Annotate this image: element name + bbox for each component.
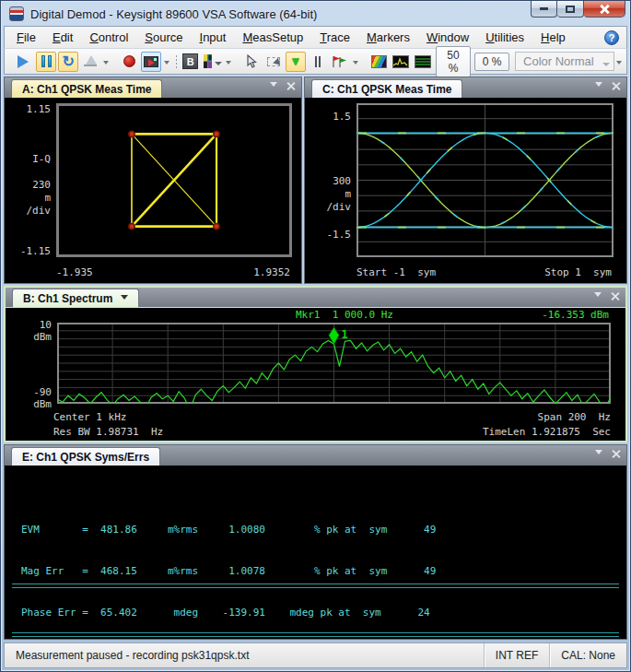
spectrum-display-button[interactable] xyxy=(391,52,411,72)
marker-to-peak-button[interactable]: ▼ xyxy=(286,52,306,72)
waterfall-display-button[interactable] xyxy=(413,52,433,72)
b-y-max-label: 10 xyxy=(6,319,52,331)
toolbar-grip[interactable] xyxy=(114,54,115,69)
menu-control[interactable]: Control xyxy=(81,28,136,47)
offset-marker-button[interactable] xyxy=(308,52,328,72)
minimize-button[interactable] xyxy=(531,1,557,18)
maximize-button[interactable] xyxy=(557,1,584,18)
calibration-status: CAL: None xyxy=(549,643,626,667)
panel-a-body: 1.15 I-Q 230 m /div -1.15 -1.935 1.9352 xyxy=(5,98,301,283)
menu-source[interactable]: Source xyxy=(136,28,191,47)
marker-readout: Mkr1 1 000.0 Hz -16.353 dBm xyxy=(296,309,609,321)
spectrogram-icon xyxy=(371,55,387,68)
trace-transparency-field[interactable]: 50 % xyxy=(436,46,471,77)
toolbar-grip[interactable] xyxy=(9,54,10,69)
sweep-icon xyxy=(84,56,97,66)
panel-c-close-icon[interactable] xyxy=(612,82,620,90)
panel-b-tab-caret-icon xyxy=(121,295,128,303)
single-sweep-button[interactable] xyxy=(80,52,100,72)
waterfall-thumb-icon xyxy=(415,55,431,68)
toolbar-grip[interactable] xyxy=(175,54,176,69)
panel-e-body: EVM = 481.86 m%rms 1.0080 % pk at sym 49… xyxy=(5,466,626,639)
app-icon[interactable] xyxy=(9,6,24,21)
cursor-arrow-icon xyxy=(245,54,257,68)
spectrum-thumb-icon xyxy=(392,55,409,68)
a-trace-label: I-Q xyxy=(5,153,51,165)
layout-grid-icon xyxy=(204,54,212,68)
minimize-icon xyxy=(540,7,548,10)
menu-utilities[interactable]: Utilities xyxy=(477,28,532,47)
panel-a-menu-caret-icon[interactable] xyxy=(270,82,277,90)
toolbar-grip[interactable] xyxy=(364,54,365,69)
app-window: Digital Demod - Keysight 89600 VSA Softw… xyxy=(0,0,631,672)
menu-window[interactable]: Window xyxy=(418,28,477,47)
spectrum-plot[interactable]: 1 xyxy=(57,323,611,404)
a-scale-label: 230 xyxy=(5,179,51,191)
reference-status: INT REF xyxy=(484,643,549,667)
restart-button[interactable]: ↻ xyxy=(58,52,78,72)
color-mode-value: Color Normal xyxy=(523,54,594,68)
menu-help[interactable]: Help xyxy=(532,28,574,47)
play-button[interactable] xyxy=(14,52,34,72)
res-bw-label: Res BW 1.98731 Hz xyxy=(53,426,163,438)
tab-panel-b[interactable]: B: Ch1 Spectrum xyxy=(12,289,139,307)
trace-offset-field[interactable]: 0 % xyxy=(474,53,509,71)
menu-trace[interactable]: Trace xyxy=(311,28,358,47)
panel-b-menu-caret-icon[interactable] xyxy=(594,292,602,301)
panel-a-close-icon[interactable] xyxy=(286,82,295,90)
menu-meassetup[interactable]: MeasSetup xyxy=(234,28,311,47)
trace-b-icon: B xyxy=(182,53,198,69)
panel-b-close-icon[interactable] xyxy=(611,292,619,301)
tab-panel-e[interactable]: E: Ch1 QPSK Syms/Errs xyxy=(11,447,160,466)
display-overflow-caret-icon[interactable] xyxy=(616,61,622,67)
recording-player-button[interactable] xyxy=(141,52,161,72)
c-y-min-label: -1.5 xyxy=(305,229,351,241)
maximize-icon xyxy=(566,6,575,13)
eye-diagram-plot[interactable] xyxy=(356,103,613,257)
panel-c-header: C: Ch1 QPSK Meas Time xyxy=(305,77,626,98)
window-layout-button[interactable] xyxy=(203,52,223,72)
c-x-start-label: Start -1 sym xyxy=(356,266,436,278)
help-icon[interactable]: ? xyxy=(604,30,619,45)
constellation-plot[interactable] xyxy=(56,103,292,257)
c-scale-label: 300 xyxy=(305,175,351,187)
panel-b-spectrum: B: Ch1 Spectrum Mkr1 1 000.0 Hz -16.353 … xyxy=(4,286,627,442)
layout-overflow-caret-icon[interactable] xyxy=(226,61,231,67)
b-footer-row-2: Res BW 1.98731 Hz TimeLen 1.921875 Sec xyxy=(53,426,611,438)
menu-markers[interactable]: Markers xyxy=(358,28,418,47)
close-button[interactable] xyxy=(584,1,625,18)
toolbar-grip[interactable] xyxy=(237,54,238,69)
pause-icon xyxy=(41,55,52,67)
color-mode-dropdown[interactable]: Color Normal xyxy=(515,52,614,71)
marker-level: -16.353 dBm xyxy=(542,309,609,321)
coupled-markers-button[interactable] xyxy=(330,52,350,72)
band-power-marker-button[interactable] xyxy=(263,52,284,72)
a-scale-div-label: /div xyxy=(5,205,51,217)
trace-b-button[interactable]: B xyxy=(181,52,201,72)
record-overflow-caret-icon[interactable] xyxy=(164,61,169,67)
marker-overflow-caret-icon[interactable] xyxy=(353,61,358,67)
tab-panel-c[interactable]: C: Ch1 QPSK Meas Time xyxy=(311,79,462,98)
control-overflow-caret-icon[interactable] xyxy=(103,61,109,67)
time-len-label: TimeLen 1.921875 Sec xyxy=(483,426,611,438)
select-cursor-button[interactable] xyxy=(241,52,262,72)
panel-c-menu-caret-icon[interactable] xyxy=(595,82,602,90)
menu-edit[interactable]: Edit xyxy=(44,28,81,47)
tab-panel-a[interactable]: A: Ch1 QPSK Meas Time xyxy=(11,79,162,98)
menu-input[interactable]: Input xyxy=(192,28,235,47)
band-marker-icon xyxy=(267,57,280,66)
svg-text:1: 1 xyxy=(342,328,348,341)
window-title: Digital Demod - Keysight 89600 VSA Softw… xyxy=(30,7,317,21)
record-button[interactable] xyxy=(119,52,139,72)
c-scale-unit-label: m xyxy=(305,188,351,200)
panel-a-constellation: A: Ch1 QPSK Meas Time 1.15 I-Q 230 m /di… xyxy=(4,77,302,284)
panel-e-close-icon[interactable] xyxy=(612,450,620,458)
spectrogram-colors-button[interactable] xyxy=(368,52,389,72)
panel-e-menu-caret-icon[interactable] xyxy=(595,450,602,458)
pause-button[interactable] xyxy=(36,52,56,72)
evm-row: EVM = 481.86 m%rms 1.0080 % pk at sym 49 xyxy=(21,523,436,536)
separator-rule xyxy=(12,584,619,588)
menu-file[interactable]: File xyxy=(8,28,44,47)
b-footer-row-1: Center 1 kHz Span 200 Hz xyxy=(53,411,611,423)
panel-a-header: A: Ch1 QPSK Meas Time xyxy=(5,77,301,98)
